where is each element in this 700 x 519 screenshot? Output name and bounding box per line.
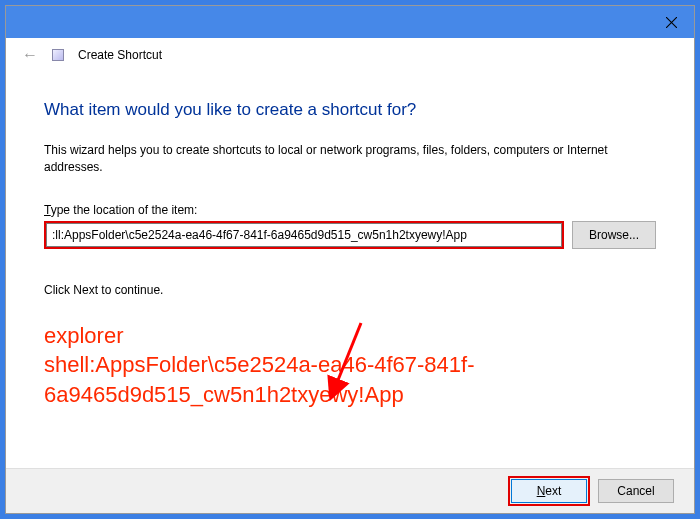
continue-text: Click Next to continue. [44,283,656,297]
close-icon [666,17,677,28]
cancel-button[interactable]: Cancel [598,479,674,503]
next-button[interactable]: Next [511,479,587,503]
content-area: What item would you like to create a sho… [6,68,694,468]
browse-button[interactable]: Browse... [572,221,656,249]
shortcut-file-icon [52,49,64,61]
annotation-text: explorer shell:AppsFolder\c5e2524a-ea46-… [44,321,656,410]
location-input[interactable] [46,223,562,247]
back-arrow-icon: ← [22,46,38,64]
dialog-body: ← Create Shortcut What item would you li… [6,38,694,513]
close-button[interactable] [649,6,694,38]
page-description: This wizard helps you to create shortcut… [44,142,656,177]
dialog-header: ← Create Shortcut [6,38,694,68]
titlebar [6,6,694,38]
page-heading: What item would you like to create a sho… [44,100,656,120]
input-highlight-annotation [44,221,564,249]
next-highlight-annotation: Next [508,476,590,506]
input-row: Browse... [44,221,656,249]
location-label: Type the location of the item: [44,203,656,217]
window-frame: ← Create Shortcut What item would you li… [5,5,695,514]
dialog-footer: Next Cancel [6,468,694,513]
dialog-title: Create Shortcut [78,48,162,62]
